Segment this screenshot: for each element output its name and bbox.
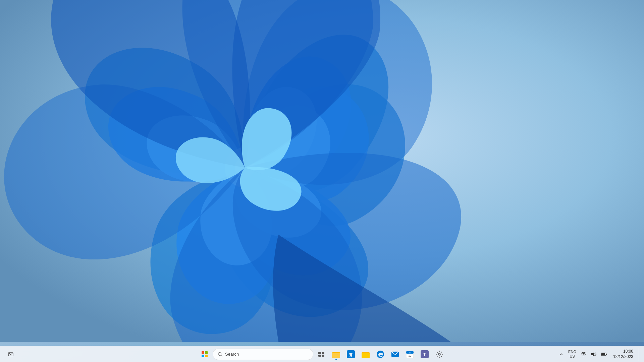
taskbar-left xyxy=(4,348,17,361)
svg-rect-9 xyxy=(322,355,324,357)
svg-rect-29 xyxy=(606,354,607,355)
pinned-app-calendar[interactable]: ◉ 12 xyxy=(403,348,417,361)
search-icon xyxy=(218,352,222,357)
svg-point-25 xyxy=(438,353,440,355)
volume-icon xyxy=(591,352,596,357)
start-button[interactable] xyxy=(198,348,211,361)
wifi-icon xyxy=(581,352,586,357)
svg-rect-8 xyxy=(318,355,321,357)
svg-line-5 xyxy=(221,355,222,356)
pinned-app-teams[interactable]: T xyxy=(418,348,431,361)
clock-area[interactable]: 18:00 12/12/2023 xyxy=(611,348,635,360)
wallpaper xyxy=(0,0,644,340)
taskbar: Search xyxy=(0,346,644,362)
task-view-icon xyxy=(318,352,324,357)
search-bar[interactable]: Search xyxy=(213,349,313,360)
svg-text:12: 12 xyxy=(409,354,412,357)
svg-rect-28 xyxy=(601,353,605,355)
search-label: Search xyxy=(225,352,239,357)
svg-rect-7 xyxy=(322,352,324,354)
windows-logo xyxy=(202,351,208,357)
battery-icon xyxy=(601,352,607,356)
clock-time: 18:00 xyxy=(623,349,633,354)
pinned-app-folder[interactable] xyxy=(359,348,372,361)
svg-text:T: T xyxy=(423,352,426,357)
pinned-app-store[interactable] xyxy=(344,348,358,361)
svg-marker-26 xyxy=(591,352,594,356)
svg-point-15 xyxy=(351,356,352,357)
svg-rect-12 xyxy=(332,353,340,358)
taskbar-right: ENG US xyxy=(558,348,640,361)
pinned-app-mail[interactable] xyxy=(388,348,402,361)
clock-date: 12/12/2023 xyxy=(613,354,633,360)
language-indicator[interactable]: ENG US xyxy=(567,349,578,359)
region-code: US xyxy=(570,354,575,359)
pinned-app-edge[interactable] xyxy=(374,348,387,361)
pinned-app-settings[interactable] xyxy=(433,348,446,361)
notification-icon[interactable] xyxy=(4,348,17,361)
language-code: ENG xyxy=(568,350,576,354)
svg-point-14 xyxy=(350,356,351,357)
task-view-button[interactable] xyxy=(315,348,328,361)
show-hidden-icons-button[interactable] xyxy=(558,351,564,357)
taskbar-center: Search xyxy=(198,348,446,361)
chevron-up-icon xyxy=(559,353,563,356)
volume-button[interactable] xyxy=(590,351,598,358)
battery-button[interactable] xyxy=(600,351,608,358)
desktop: Search xyxy=(0,0,644,362)
system-tray: ENG US xyxy=(567,349,608,359)
svg-rect-6 xyxy=(318,352,321,354)
app-active-indicator xyxy=(335,359,337,360)
wifi-button[interactable] xyxy=(580,351,588,358)
show-desktop-button[interactable] xyxy=(638,348,640,361)
pinned-app-file-explorer[interactable] xyxy=(329,348,343,361)
